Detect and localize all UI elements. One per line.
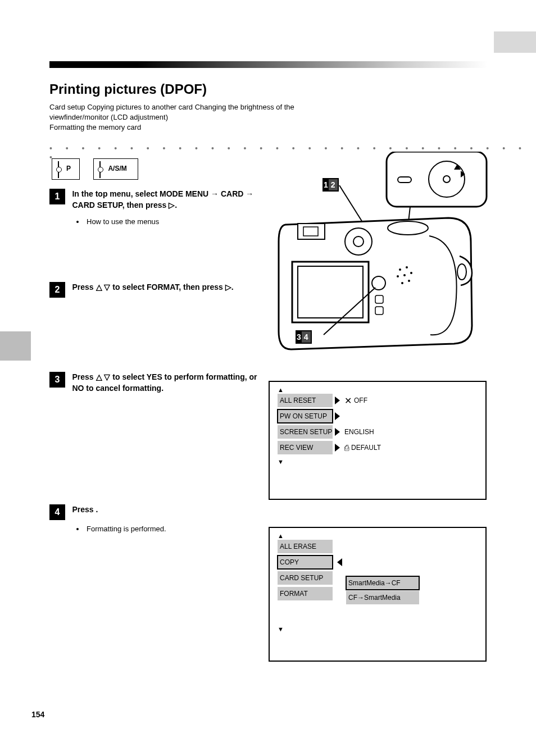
svg-rect-3 <box>398 177 411 183</box>
mode-icon-asm: A/S/M <box>93 158 138 180</box>
svg-point-16 <box>399 268 401 271</box>
menu-row: ALL RESET ✕OFF <box>278 393 478 408</box>
page-thumb-tab-right <box>494 31 536 53</box>
menu-row: REC VIEW ⎙ DEFAULT <box>278 440 478 455</box>
related-link-text-2: viewfinder/monitor (LCD adjustment) <box>49 113 168 121</box>
menu-item-format: FORMAT <box>278 587 333 600</box>
svg-line-5 <box>339 185 364 225</box>
copy-submenu: SmartMedia→CF CF→SmartMedia <box>346 576 419 604</box>
submenu-back-arrow-icon <box>337 558 342 566</box>
svg-point-19 <box>403 274 406 276</box>
scroll-up-icon: ▲ <box>278 386 478 393</box>
down-triangle-icon: ▽ <box>104 372 110 381</box>
section-divider-gradient <box>49 61 488 68</box>
svg-point-18 <box>397 275 399 277</box>
step-number-4: 4 <box>49 504 65 520</box>
svg-point-21 <box>401 282 403 284</box>
step-4: 4 Press . Formatting is performed. <box>49 504 263 535</box>
svg-point-22 <box>408 280 410 282</box>
menu-item-rec-view: REC VIEW <box>278 441 333 454</box>
menu-item-all-erase: ALL ERASE <box>278 540 333 553</box>
menu-item-pw-on-setup: PW ON SETUP <box>278 409 333 423</box>
step-3-text: Press △ ▽ to select YES to perform forma… <box>72 372 257 394</box>
svg-point-6 <box>388 221 428 235</box>
step-number-2: 2 <box>49 282 65 298</box>
page-thumb-tab-left <box>0 331 31 361</box>
up-triangle-icon: △ <box>96 283 102 292</box>
copy-option-cf-to-sm: CF→SmartMedia <box>346 591 419 604</box>
svg-point-2 <box>443 176 450 183</box>
svg-point-20 <box>410 272 412 274</box>
menu-item-all-reset: ALL RESET <box>278 394 333 407</box>
svg-rect-15 <box>375 307 383 315</box>
menu-item-copy: COPY <box>278 555 333 569</box>
menu-row: ALL ERASE <box>278 539 478 554</box>
camera-back-illustration: 12 34 <box>269 152 488 359</box>
related-links: Card setup Copying pictures to another c… <box>49 102 294 133</box>
submenu-arrow-icon <box>335 397 340 404</box>
menu-item-card-setup: CARD SETUP <box>278 571 333 585</box>
related-link-text: Card setup Copying pictures to another c… <box>49 103 294 111</box>
scroll-up-icon: ▲ <box>278 532 478 539</box>
scroll-down-icon: ▼ <box>278 458 478 465</box>
step-1-subtext: How to use the menus <box>71 216 263 227</box>
menu-item-screen-setup: SCREEN SETUP <box>278 425 333 439</box>
svg-point-13 <box>372 276 385 290</box>
menu-value: ⎙ DEFAULT <box>344 443 381 452</box>
step-2-text: Press △ ▽ to select FORMAT, then press ▷… <box>72 282 257 293</box>
step-2: 2 Press △ ▽ to select FORMAT, then press… <box>49 282 263 298</box>
svg-point-23 <box>457 264 466 280</box>
page-title: Printing pictures (DPOF) <box>49 81 207 97</box>
menu-row: COPY <box>278 555 478 570</box>
svg-point-17 <box>406 266 408 268</box>
page-number: 154 <box>31 710 44 719</box>
step-1-text: In the top menu, select MODE MENU → CARD… <box>72 189 257 211</box>
scroll-down-icon: ▼ <box>278 626 478 632</box>
svg-rect-10 <box>303 227 318 236</box>
right-triangle-icon: ▷ <box>169 201 175 210</box>
lcd-menu-screen-1: ▲ ALL RESET ✕OFF PW ON SETUP SCREEN SETU… <box>269 381 487 500</box>
applicable-modes: P A/S/M <box>52 158 149 182</box>
svg-rect-12 <box>298 266 363 318</box>
camera-svg <box>269 152 488 359</box>
step-number-3: 3 <box>49 372 65 388</box>
up-triangle-icon: △ <box>96 372 102 381</box>
submenu-arrow-icon <box>335 428 340 436</box>
step-3: 3 Press △ ▽ to select YES to perform for… <box>49 372 263 394</box>
copy-option-sm-to-cf: SmartMedia→CF <box>346 576 419 590</box>
svg-rect-14 <box>375 295 383 303</box>
callout-mode-dial: 12 <box>322 178 339 192</box>
step-number-1: 1 <box>49 189 65 204</box>
menu-value: ✕OFF <box>344 395 367 406</box>
svg-point-8 <box>353 236 364 247</box>
related-link-text-3: Formatting the memory card <box>49 123 141 131</box>
menu-value: ENGLISH <box>344 428 374 436</box>
submenu-arrow-icon <box>335 412 340 420</box>
print-order-icon: ⎙ <box>344 443 349 452</box>
format-icon-ref: FORMAT <box>147 283 179 292</box>
menu-row: SCREEN SETUP ENGLISH <box>278 425 478 439</box>
submenu-arrow-icon <box>335 444 340 452</box>
menu-row: PW ON SETUP <box>278 409 478 423</box>
step-4-subtext: Formatting is performed. <box>71 523 263 535</box>
callout-ok-button: 34 <box>296 330 312 344</box>
step-4-text: Press . <box>72 504 257 516</box>
step-1: 1 In the top menu, select MODE MENU → CA… <box>49 189 263 227</box>
mode-icon-p: P <box>52 158 80 180</box>
down-triangle-icon: ▽ <box>104 283 110 292</box>
lcd-menu-screen-2: ▲ ALL ERASE COPY CARD SETUP FORMAT Smart… <box>269 527 487 662</box>
right-triangle-icon: ▷ <box>225 283 231 292</box>
